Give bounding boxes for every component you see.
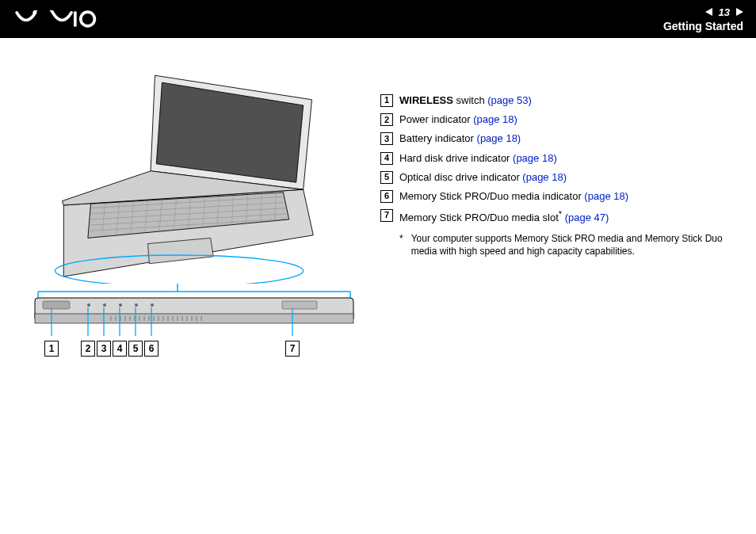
- callout-numbers: 1 2 3 4 5 6 7: [32, 341, 357, 361]
- legend-num: 2: [380, 113, 393, 126]
- legend-num: 6: [380, 190, 393, 203]
- svg-point-37: [119, 303, 122, 307]
- laptop-figure: 1 2 3 4 5 6 7: [32, 70, 357, 361]
- front-edge-detail: [32, 284, 357, 339]
- legend-text: Battery indicator (page 18): [399, 132, 732, 146]
- legend-text: Hard disk drive indicator (page 18): [399, 151, 732, 166]
- legend-item-7: 7 Memory Stick PRO/Duo media slot* (page…: [380, 208, 732, 226]
- page-link[interactable]: (page 18): [473, 113, 517, 125]
- next-page-icon[interactable]: [736, 8, 743, 16]
- svg-rect-0: [74, 11, 77, 26]
- legend-item-4: 4 Hard disk drive indicator (page 18): [380, 151, 732, 166]
- legend-num: 5: [380, 171, 393, 184]
- section-title: Getting Started: [663, 20, 743, 32]
- legend-text: Optical disc drive indicator (page 18): [399, 170, 732, 185]
- figure-column: 1 2 3 4 5 6 7: [32, 70, 357, 518]
- legend-text: WIRELESS switch (page 53): [399, 93, 732, 108]
- svg-rect-34: [43, 301, 70, 309]
- vaio-logo-svg: [13, 10, 100, 28]
- page-link[interactable]: (page 47): [565, 212, 609, 223]
- legend-item-1: 1 WIRELESS switch (page 53): [380, 93, 732, 108]
- legend-text: Power indicator (page 18): [399, 113, 732, 127]
- svg-point-1: [81, 12, 95, 26]
- footnote-text: Your computer supports Memory Stick PRO …: [411, 232, 732, 257]
- legend-text: Memory Stick PRO/Duo media indicator (pa…: [399, 189, 732, 204]
- page-link[interactable]: (page 18): [584, 190, 628, 202]
- legend-item-6: 6 Memory Stick PRO/Duo media indicator (…: [380, 189, 732, 204]
- footnote: * Your computer supports Memory Stick PR…: [380, 232, 732, 257]
- svg-rect-60: [282, 301, 317, 309]
- legend-item-5: 5 Optical disc drive indicator (page 18): [380, 170, 732, 185]
- vaio-logo: [13, 10, 100, 28]
- page-number: 13: [719, 6, 730, 18]
- page-nav: 13: [705, 6, 743, 18]
- legend-item-2: 2 Power indicator (page 18): [380, 113, 732, 127]
- callout-num-6: 6: [144, 341, 158, 357]
- svg-point-35: [87, 303, 90, 307]
- callout-num-1: 1: [44, 341, 59, 357]
- page-link[interactable]: (page 18): [522, 171, 567, 183]
- legend-text: Memory Stick PRO/Duo media slot* (page 4…: [399, 208, 732, 226]
- legend-num: 1: [380, 94, 393, 107]
- callout-num-3: 3: [97, 341, 111, 357]
- svg-point-38: [135, 303, 138, 307]
- svg-rect-33: [35, 314, 353, 323]
- legend-column: 1 WIRELESS switch (page 53) 2 Power indi…: [380, 70, 732, 518]
- prev-page-icon[interactable]: [705, 8, 712, 16]
- header-right: 13 Getting Started: [663, 6, 743, 32]
- legend-item-3: 3 Battery indicator (page 18): [380, 132, 732, 146]
- legend-num: 7: [380, 209, 393, 222]
- svg-point-36: [103, 303, 106, 307]
- svg-point-39: [151, 303, 154, 307]
- header-bar: 13 Getting Started: [0, 0, 756, 38]
- laptop-illustration: [32, 70, 357, 284]
- legend-num: 3: [380, 132, 393, 145]
- callout-num-2: 2: [81, 341, 95, 357]
- callout-num-7: 7: [285, 341, 300, 357]
- footnote-mark: *: [399, 232, 403, 257]
- page-link[interactable]: (page 53): [487, 94, 532, 106]
- legend-list: 1 WIRELESS switch (page 53) 2 Power indi…: [380, 93, 732, 226]
- page-link[interactable]: (page 18): [513, 152, 557, 164]
- callout-num-4: 4: [113, 341, 127, 357]
- legend-num: 4: [380, 152, 393, 165]
- page-content: 1 2 3 4 5 6 7 1 WIRELESS switch (page 53…: [0, 38, 756, 534]
- page-link[interactable]: (page 18): [477, 132, 521, 144]
- callout-num-5: 5: [128, 341, 143, 357]
